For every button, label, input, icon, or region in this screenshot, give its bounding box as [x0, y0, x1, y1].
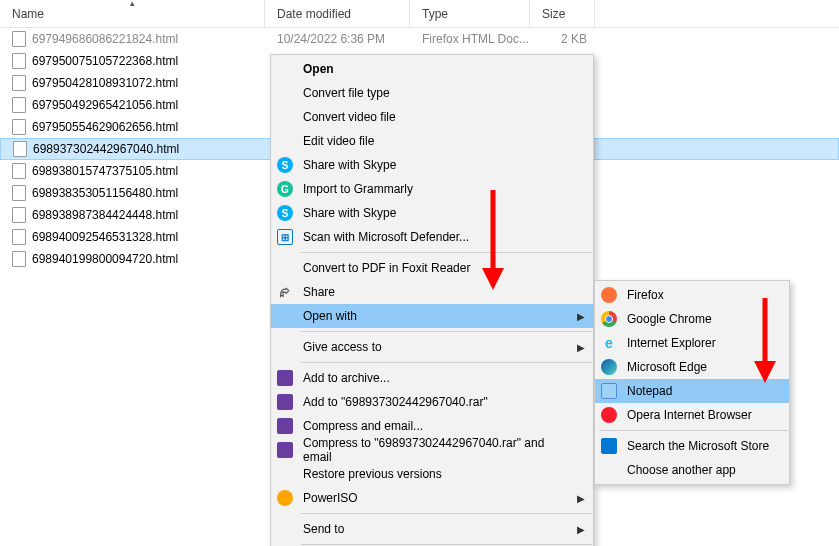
html-file-icon: [12, 53, 26, 69]
html-file-icon: [12, 119, 26, 135]
submenu-firefox[interactable]: Firefox: [595, 283, 789, 307]
winrar-icon: [271, 414, 299, 438]
submenu-opera[interactable]: Opera Internet Browser: [595, 403, 789, 427]
chrome-icon: [595, 307, 623, 331]
column-header-date[interactable]: Date modified: [265, 0, 410, 27]
menu-convert-file-type[interactable]: Convert file type: [271, 81, 593, 105]
file-name-cell: 698940092546531328.html: [0, 226, 265, 248]
file-name-label: 697950554629062656.html: [32, 120, 178, 134]
sort-caret-icon: ▴: [130, 0, 135, 8]
firefox-icon: [595, 283, 623, 307]
file-name-label: 698937302442967040.html: [33, 142, 179, 156]
menu-share-skype-2[interactable]: SShare with Skype: [271, 201, 593, 225]
winrar-icon: [271, 390, 299, 414]
menu-send-to[interactable]: Send to▶: [271, 517, 593, 541]
menu-label: Restore previous versions: [299, 467, 442, 481]
blank-icon: [271, 105, 299, 129]
msstore-icon: [595, 434, 623, 458]
menu-share[interactable]: ⮳Share: [271, 280, 593, 304]
file-name-cell: 697949686086221824.html: [0, 28, 265, 50]
file-name-cell: 698938353051156480.html: [0, 182, 265, 204]
submenu-ie[interactable]: eInternet Explorer: [595, 331, 789, 355]
submenu-label: Notepad: [623, 384, 672, 398]
menu-label: Convert video file: [299, 110, 396, 124]
blank-icon: [271, 81, 299, 105]
html-file-icon: [12, 229, 26, 245]
submenu-search-store[interactable]: Search the Microsoft Store: [595, 434, 789, 458]
winrar-icon: [271, 438, 299, 462]
file-name-cell: 697950492965421056.html: [0, 94, 265, 116]
file-name-cell: 698940199800094720.html: [0, 248, 265, 270]
menu-edit-video-file[interactable]: Edit video file: [271, 129, 593, 153]
submenu-notepad[interactable]: Notepad: [595, 379, 789, 403]
submenu-arrow-icon: ▶: [577, 311, 585, 322]
submenu-label: Opera Internet Browser: [623, 408, 752, 422]
html-file-icon: [12, 185, 26, 201]
menu-label: Import to Grammarly: [299, 182, 413, 196]
file-name-cell: 697950075105722368.html: [0, 50, 265, 72]
file-name-label: 698938015747375105.html: [32, 164, 178, 178]
file-name-cell: 698938987384424448.html: [0, 204, 265, 226]
html-file-icon: [13, 141, 27, 157]
file-name-cell: 698937302442967040.html: [1, 139, 266, 159]
menu-separator: [301, 331, 592, 332]
menu-convert-pdf-foxit[interactable]: Convert to PDF in Foxit Reader: [271, 256, 593, 280]
menu-separator: [301, 513, 592, 514]
menu-label: Give access to: [299, 340, 382, 354]
blank-icon: [271, 335, 299, 359]
winrar-icon: [271, 366, 299, 390]
file-name-label: 698938353051156480.html: [32, 186, 178, 200]
menu-label: Edit video file: [299, 134, 374, 148]
blank-icon: [271, 256, 299, 280]
file-name-label: 698938987384424448.html: [32, 208, 178, 222]
opera-icon: [595, 403, 623, 427]
menu-open-with[interactable]: Open with▶: [271, 304, 593, 328]
submenu-label: Microsoft Edge: [623, 360, 707, 374]
menu-compress-email[interactable]: Compress and email...: [271, 414, 593, 438]
file-row[interactable]: 697949686086221824.html10/24/2022 6:36 P…: [0, 28, 839, 50]
menu-restore-previous[interactable]: Restore previous versions: [271, 462, 593, 486]
blank-icon: [271, 462, 299, 486]
menu-open[interactable]: Open: [271, 57, 593, 81]
ie-icon: e: [595, 331, 623, 355]
column-size-label: Size: [542, 7, 565, 21]
skype-icon: S: [271, 153, 299, 177]
menu-scan-defender[interactable]: ⊞Scan with Microsoft Defender...: [271, 225, 593, 249]
column-header-type[interactable]: Type: [410, 0, 530, 27]
menu-add-to-rar[interactable]: Add to "698937302442967040.rar": [271, 390, 593, 414]
poweriso-icon: [271, 486, 299, 510]
file-name-label: 697950428108931072.html: [32, 76, 178, 90]
menu-poweriso[interactable]: PowerISO▶: [271, 486, 593, 510]
menu-separator: [301, 362, 592, 363]
file-name-label: 697949686086221824.html: [32, 32, 178, 46]
menu-label: Compress to "698937302442967040.rar" and…: [299, 436, 575, 464]
html-file-icon: [12, 75, 26, 91]
column-header-size[interactable]: Size: [530, 0, 595, 27]
defender-icon: ⊞: [271, 225, 299, 249]
menu-label: Scan with Microsoft Defender...: [299, 230, 469, 244]
html-file-icon: [12, 207, 26, 223]
menu-separator: [599, 430, 788, 431]
menu-convert-video-file[interactable]: Convert video file: [271, 105, 593, 129]
edge-icon: [595, 355, 623, 379]
column-headers: Name ▴ Date modified Type Size: [0, 0, 839, 28]
column-header-name[interactable]: Name ▴: [0, 0, 265, 27]
menu-give-access-to[interactable]: Give access to▶: [271, 335, 593, 359]
menu-compress-rar-email[interactable]: Compress to "698937302442967040.rar" and…: [271, 438, 593, 462]
blank-icon: [595, 458, 623, 482]
menu-import-grammarly[interactable]: GImport to Grammarly: [271, 177, 593, 201]
blank-icon: [271, 129, 299, 153]
share-icon: ⮳: [271, 280, 299, 304]
menu-share-skype-1[interactable]: SShare with Skype: [271, 153, 593, 177]
menu-add-to-archive[interactable]: Add to archive...: [271, 366, 593, 390]
menu-label: Share: [299, 285, 335, 299]
submenu-chrome[interactable]: Google Chrome: [595, 307, 789, 331]
submenu-choose-another[interactable]: Choose another app: [595, 458, 789, 482]
file-name-label: 697950075105722368.html: [32, 54, 178, 68]
html-file-icon: [12, 163, 26, 179]
submenu-edge[interactable]: Microsoft Edge: [595, 355, 789, 379]
menu-separator: [301, 544, 592, 545]
file-type-cell: Firefox HTML Doc...: [410, 28, 530, 50]
menu-label: Send to: [299, 522, 344, 536]
column-type-label: Type: [422, 7, 448, 21]
